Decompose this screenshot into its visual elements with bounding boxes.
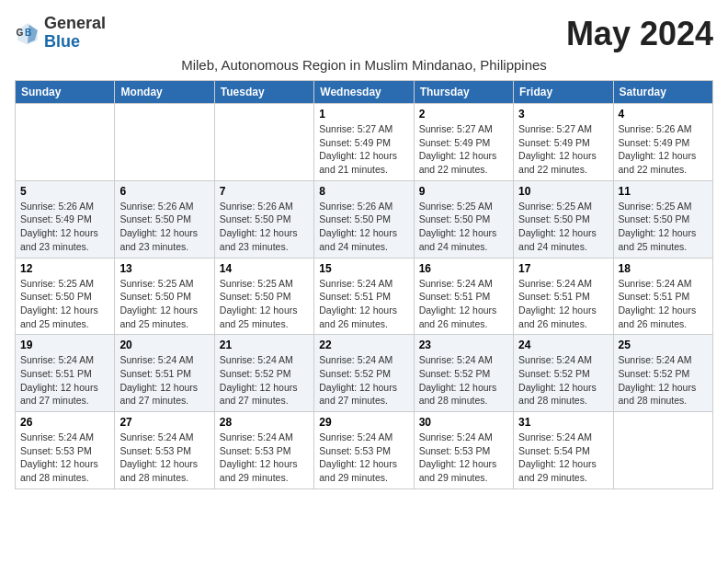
calendar-cell: 13Sunrise: 5:25 AM Sunset: 5:50 PM Dayli…	[115, 258, 214, 335]
calendar-cell: 10Sunrise: 5:25 AM Sunset: 5:50 PM Dayli…	[514, 180, 613, 258]
weekday-header-friday: Friday	[514, 81, 613, 104]
calendar-cell	[613, 412, 712, 489]
day-info: Sunrise: 5:24 AM Sunset: 5:51 PM Dayligh…	[518, 277, 608, 331]
weekday-header-wednesday: Wednesday	[314, 81, 414, 104]
day-info: Sunrise: 5:27 AM Sunset: 5:49 PM Dayligh…	[518, 122, 608, 177]
day-info: Sunrise: 5:26 AM Sunset: 5:50 PM Dayligh…	[220, 200, 309, 254]
calendar-cell: 23Sunrise: 5:24 AM Sunset: 5:52 PM Dayli…	[414, 335, 513, 412]
day-info: Sunrise: 5:24 AM Sunset: 5:53 PM Dayligh…	[419, 431, 508, 485]
weekday-header-tuesday: Tuesday	[214, 81, 313, 104]
day-number: 19	[20, 339, 109, 351]
calendar-cell: 2Sunrise: 5:27 AM Sunset: 5:49 PM Daylig…	[414, 104, 513, 181]
day-info: Sunrise: 5:25 AM Sunset: 5:50 PM Dayligh…	[220, 277, 309, 331]
calendar-cell: 27Sunrise: 5:24 AM Sunset: 5:53 PM Dayli…	[115, 412, 214, 489]
day-info: Sunrise: 5:27 AM Sunset: 5:49 PM Dayligh…	[319, 122, 408, 177]
calendar-cell: 21Sunrise: 5:24 AM Sunset: 5:52 PM Dayli…	[214, 335, 313, 412]
day-info: Sunrise: 5:24 AM Sunset: 5:52 PM Dayligh…	[319, 353, 408, 408]
calendar-cell: 19Sunrise: 5:24 AM Sunset: 5:51 PM Dayli…	[16, 335, 115, 412]
day-info: Sunrise: 5:24 AM Sunset: 5:52 PM Dayligh…	[518, 353, 608, 408]
day-info: Sunrise: 5:24 AM Sunset: 5:51 PM Dayligh…	[419, 277, 508, 331]
day-info: Sunrise: 5:25 AM Sunset: 5:50 PM Dayligh…	[619, 200, 708, 254]
calendar-cell: 6Sunrise: 5:26 AM Sunset: 5:50 PM Daylig…	[115, 180, 214, 258]
calendar-cell: 24Sunrise: 5:24 AM Sunset: 5:52 PM Dayli…	[514, 335, 613, 412]
day-number: 7	[220, 185, 309, 198]
weekday-header-thursday: Thursday	[414, 81, 513, 104]
day-number: 23	[419, 339, 508, 351]
day-number: 1	[319, 108, 408, 121]
day-number: 10	[518, 185, 608, 198]
week-row-5: 26Sunrise: 5:24 AM Sunset: 5:53 PM Dayli…	[16, 412, 713, 489]
day-number: 15	[319, 262, 408, 275]
day-info: Sunrise: 5:25 AM Sunset: 5:50 PM Dayligh…	[518, 200, 608, 254]
calendar-cell: 15Sunrise: 5:24 AM Sunset: 5:51 PM Dayli…	[314, 258, 414, 335]
day-info: Sunrise: 5:27 AM Sunset: 5:49 PM Dayligh…	[419, 122, 508, 177]
calendar-cell: 1Sunrise: 5:27 AM Sunset: 5:49 PM Daylig…	[314, 104, 414, 181]
day-info: Sunrise: 5:24 AM Sunset: 5:51 PM Dayligh…	[619, 277, 708, 331]
day-number: 20	[119, 339, 209, 351]
page-header: G B General Blue May 2024	[15, 15, 713, 53]
subtitle: Mileb, Autonomous Region in Muslim Minda…	[15, 57, 713, 73]
calendar-cell: 17Sunrise: 5:24 AM Sunset: 5:51 PM Dayli…	[514, 258, 613, 335]
day-number: 13	[119, 262, 209, 275]
calendar-cell: 14Sunrise: 5:25 AM Sunset: 5:50 PM Dayli…	[214, 258, 313, 335]
day-number: 9	[419, 185, 508, 198]
week-row-3: 12Sunrise: 5:25 AM Sunset: 5:50 PM Dayli…	[16, 258, 713, 335]
weekday-header-saturday: Saturday	[613, 81, 712, 104]
logo-text: General Blue	[44, 15, 106, 52]
weekday-header-monday: Monday	[115, 81, 214, 104]
day-number: 21	[220, 339, 309, 351]
day-info: Sunrise: 5:25 AM Sunset: 5:50 PM Dayligh…	[119, 277, 209, 331]
day-number: 6	[119, 185, 209, 198]
calendar-cell: 26Sunrise: 5:24 AM Sunset: 5:53 PM Dayli…	[16, 412, 115, 489]
day-info: Sunrise: 5:25 AM Sunset: 5:50 PM Dayligh…	[419, 200, 508, 254]
day-number: 14	[220, 262, 309, 275]
calendar-cell: 28Sunrise: 5:24 AM Sunset: 5:53 PM Dayli…	[214, 412, 313, 489]
day-number: 8	[319, 185, 408, 198]
day-number: 16	[419, 262, 508, 275]
day-number: 5	[20, 185, 109, 198]
day-info: Sunrise: 5:24 AM Sunset: 5:53 PM Dayligh…	[119, 431, 209, 485]
weekday-header-sunday: Sunday	[16, 81, 115, 104]
calendar-cell: 9Sunrise: 5:25 AM Sunset: 5:50 PM Daylig…	[414, 180, 513, 258]
calendar-cell	[115, 104, 214, 181]
month-title: May 2024	[566, 15, 713, 53]
day-info: Sunrise: 5:24 AM Sunset: 5:51 PM Dayligh…	[119, 353, 209, 408]
day-info: Sunrise: 5:26 AM Sunset: 5:50 PM Dayligh…	[319, 200, 408, 254]
day-info: Sunrise: 5:26 AM Sunset: 5:49 PM Dayligh…	[20, 200, 109, 254]
calendar-cell: 12Sunrise: 5:25 AM Sunset: 5:50 PM Dayli…	[16, 258, 115, 335]
calendar-cell: 4Sunrise: 5:26 AM Sunset: 5:49 PM Daylig…	[613, 104, 712, 181]
day-number: 31	[518, 416, 608, 429]
day-info: Sunrise: 5:24 AM Sunset: 5:51 PM Dayligh…	[319, 277, 408, 331]
day-number: 22	[319, 339, 408, 351]
day-info: Sunrise: 5:24 AM Sunset: 5:52 PM Dayligh…	[619, 353, 708, 408]
day-info: Sunrise: 5:24 AM Sunset: 5:54 PM Dayligh…	[518, 431, 608, 485]
calendar-cell: 16Sunrise: 5:24 AM Sunset: 5:51 PM Dayli…	[414, 258, 513, 335]
calendar-cell: 8Sunrise: 5:26 AM Sunset: 5:50 PM Daylig…	[314, 180, 414, 258]
day-number: 4	[619, 108, 708, 121]
day-number: 26	[20, 416, 109, 429]
day-number: 24	[518, 339, 608, 351]
day-info: Sunrise: 5:24 AM Sunset: 5:51 PM Dayligh…	[20, 353, 109, 408]
calendar-table: SundayMondayTuesdayWednesdayThursdayFrid…	[15, 80, 713, 489]
logo-icon: G B	[15, 20, 40, 46]
calendar-cell: 7Sunrise: 5:26 AM Sunset: 5:50 PM Daylig…	[214, 180, 313, 258]
week-row-1: 1Sunrise: 5:27 AM Sunset: 5:49 PM Daylig…	[16, 104, 713, 181]
day-number: 3	[518, 108, 608, 121]
day-info: Sunrise: 5:24 AM Sunset: 5:53 PM Dayligh…	[20, 431, 109, 485]
logo: G B General Blue	[15, 15, 106, 52]
week-row-4: 19Sunrise: 5:24 AM Sunset: 5:51 PM Dayli…	[16, 335, 713, 412]
day-info: Sunrise: 5:24 AM Sunset: 5:52 PM Dayligh…	[419, 353, 508, 408]
calendar-cell: 31Sunrise: 5:24 AM Sunset: 5:54 PM Dayli…	[514, 412, 613, 489]
day-number: 27	[119, 416, 209, 429]
day-number: 18	[619, 262, 708, 275]
week-row-2: 5Sunrise: 5:26 AM Sunset: 5:49 PM Daylig…	[16, 180, 713, 258]
calendar-cell: 22Sunrise: 5:24 AM Sunset: 5:52 PM Dayli…	[314, 335, 414, 412]
day-info: Sunrise: 5:24 AM Sunset: 5:52 PM Dayligh…	[220, 353, 309, 408]
weekday-header-row: SundayMondayTuesdayWednesdayThursdayFrid…	[16, 81, 713, 104]
calendar-cell: 3Sunrise: 5:27 AM Sunset: 5:49 PM Daylig…	[514, 104, 613, 181]
day-info: Sunrise: 5:24 AM Sunset: 5:53 PM Dayligh…	[319, 431, 408, 485]
day-number: 12	[20, 262, 109, 275]
calendar-cell	[16, 104, 115, 181]
day-number: 11	[619, 185, 708, 198]
calendar-cell: 5Sunrise: 5:26 AM Sunset: 5:49 PM Daylig…	[16, 180, 115, 258]
